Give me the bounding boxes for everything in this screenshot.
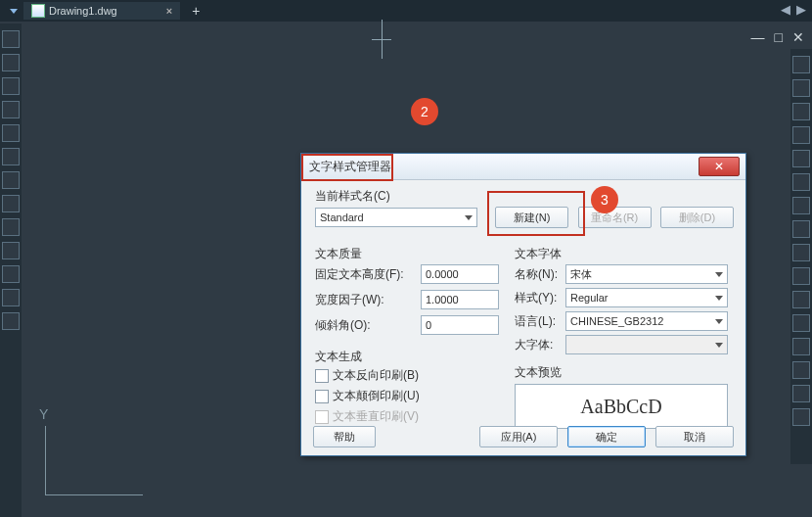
tool-icon[interactable]	[792, 385, 810, 402]
current-style-select[interactable]: Standard	[315, 208, 477, 227]
tool-icon[interactable]	[2, 30, 20, 48]
doc-icon	[31, 4, 45, 18]
width-factor-label: 宽度因子(W):	[315, 292, 421, 308]
backward-label: 文本反向印刷(B)	[333, 367, 419, 384]
chevron-down-icon	[715, 343, 723, 348]
chevron-down-icon	[465, 215, 473, 220]
annotation-badge-2: 2	[411, 98, 438, 125]
tool-icon[interactable]	[792, 220, 810, 238]
rename-style-button[interactable]: 重命名(R)	[578, 207, 652, 228]
preview-section-title: 文本预览	[515, 364, 728, 381]
fixed-height-label: 固定文本高度(F):	[315, 266, 421, 283]
current-style-label: 当前样式名(C)	[315, 188, 390, 205]
tool-icon[interactable]	[2, 312, 20, 330]
left-toolbar	[0, 24, 22, 517]
arrow-right-icon[interactable]: ▶	[796, 2, 806, 17]
preview-box: AaBbCcD	[515, 384, 728, 429]
ucs-y-axis	[45, 426, 46, 494]
tool-icon[interactable]	[792, 173, 810, 191]
font-name-label: 名称(N):	[515, 266, 565, 283]
chevron-down-icon	[715, 319, 723, 324]
font-name-select[interactable]: 宋体	[565, 264, 728, 284]
cancel-button[interactable]: 取消	[655, 426, 734, 447]
apply-button[interactable]: 应用(A)	[479, 426, 558, 447]
child-maximize-icon[interactable]: □	[775, 29, 783, 45]
preview-text: AaBbCcD	[580, 396, 661, 418]
ucs-x-axis	[45, 494, 143, 495]
tool-icon[interactable]	[792, 244, 810, 261]
ucs-y-label: Y	[39, 406, 48, 422]
tool-icon[interactable]	[2, 171, 20, 189]
tool-icon[interactable]	[792, 56, 810, 73]
help-button[interactable]: 帮助	[313, 426, 376, 447]
tool-icon[interactable]	[792, 361, 810, 379]
fixed-height-field[interactable]: 0.0000	[421, 264, 499, 284]
current-style-value: Standard	[320, 212, 364, 223]
oblique-label: 倾斜角(O):	[315, 317, 421, 334]
child-minimize-icon[interactable]: —	[751, 29, 765, 45]
tool-icon[interactable]	[792, 314, 810, 332]
measure-section-title: 文本质量	[315, 246, 501, 262]
document-tab-label: Drawing1.dwg	[49, 5, 117, 17]
vertical-label: 文本垂直印刷(V)	[333, 408, 419, 425]
tab-add-icon[interactable]: +	[192, 3, 200, 19]
upsidedown-label: 文本颠倒印刷(U)	[333, 388, 420, 404]
tool-icon[interactable]	[2, 242, 20, 259]
chevron-down-icon	[715, 296, 723, 301]
tool-icon[interactable]	[2, 124, 20, 142]
tool-icon[interactable]	[2, 54, 20, 71]
dialog-title: 文字样式管理器	[309, 159, 391, 175]
tool-icon[interactable]	[792, 150, 810, 167]
tab-close-icon[interactable]: ×	[166, 5, 172, 17]
right-toolbar	[790, 49, 812, 464]
dialog-close-button[interactable]: ✕	[699, 157, 740, 176]
tool-icon[interactable]	[2, 77, 20, 95]
tool-icon[interactable]	[2, 289, 20, 306]
cursor-crosshair	[382, 20, 383, 59]
backward-checkbox[interactable]	[315, 369, 329, 383]
tool-icon[interactable]	[2, 101, 20, 118]
generation-section-title: 文本生成	[315, 349, 501, 365]
chevron-down-icon	[715, 272, 723, 277]
tool-icon[interactable]	[2, 218, 20, 236]
tool-icon[interactable]	[792, 103, 810, 120]
tool-icon[interactable]	[792, 126, 810, 144]
font-lang-label: 语言(L):	[515, 313, 565, 330]
tool-icon[interactable]	[792, 291, 810, 308]
tool-icon[interactable]	[2, 148, 20, 165]
tool-icon[interactable]	[2, 195, 20, 212]
tool-icon[interactable]	[2, 265, 20, 283]
tool-icon[interactable]	[792, 408, 810, 426]
font-style-select[interactable]: Regular	[565, 288, 728, 307]
tool-icon[interactable]	[792, 338, 810, 355]
child-window-controls: — □ ✕	[751, 29, 804, 45]
new-style-button[interactable]: 新建(N)	[495, 207, 568, 228]
upsidedown-checkbox[interactable]	[315, 390, 329, 403]
font-style-label: 样式(Y):	[515, 290, 565, 306]
vertical-checkbox	[315, 410, 329, 424]
oblique-field[interactable]: 0	[421, 315, 499, 335]
font-lang-select[interactable]: CHINESE_GB2312	[565, 311, 728, 331]
dialog-titlebar[interactable]: 文字样式管理器 ✕	[301, 154, 745, 180]
bigfont-label: 大字体:	[515, 337, 565, 353]
arrow-left-icon[interactable]: ◀	[781, 2, 790, 17]
child-close-icon[interactable]: ✕	[792, 29, 804, 45]
tool-icon[interactable]	[792, 79, 810, 97]
tool-icon[interactable]	[792, 197, 810, 214]
viewport-arrows: ◀ ▶	[781, 2, 806, 17]
text-style-dialog: 文字样式管理器 ✕ 当前样式名(C) Standard 新建(N) 重命名(R)…	[300, 153, 746, 456]
document-tab-bar: Drawing1.dwg × +	[0, 0, 812, 22]
delete-style-button[interactable]: 删除(D)	[660, 207, 734, 228]
tool-icon[interactable]	[792, 267, 810, 285]
tab-menu-icon[interactable]	[10, 9, 18, 14]
close-icon: ✕	[714, 160, 724, 173]
bigfont-select	[565, 335, 728, 354]
font-section-title: 文本字体	[515, 246, 728, 262]
document-tab[interactable]: Drawing1.dwg ×	[23, 2, 180, 20]
ok-button[interactable]: 确定	[567, 426, 646, 447]
width-factor-field[interactable]: 1.0000	[421, 290, 499, 309]
annotation-badge-3: 3	[591, 186, 618, 213]
